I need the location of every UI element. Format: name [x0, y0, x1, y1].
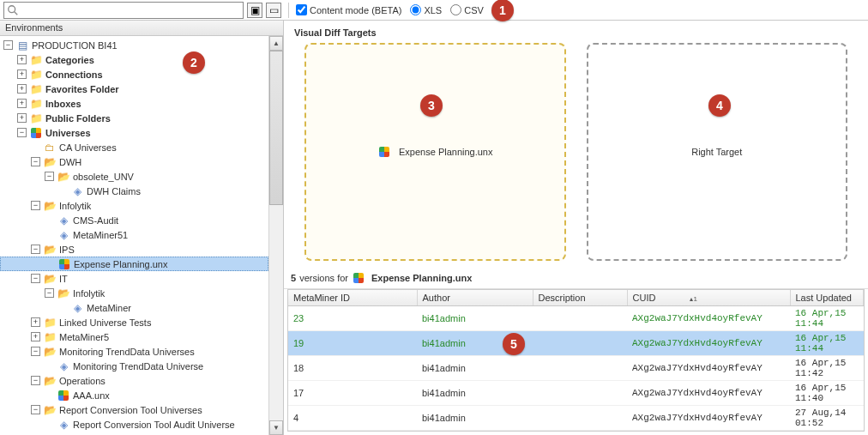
folder-open-icon: 📂 [57, 287, 70, 300]
folder-open-icon: 📂 [43, 243, 57, 257]
cell-cuid: AXg2waJ7YdxHvd4oyRfevAY [627, 356, 790, 381]
folder-open-icon: 📂 [43, 345, 57, 359]
cell-cuid: AXg2waJ7YdxHvd4oyRfevAY [627, 381, 790, 406]
folder-icon: 📁 [29, 82, 43, 96]
table-row[interactable]: 19bi41adminAXg2waJ7YdxHvd4oyRfevAY16 Apr… [288, 331, 864, 356]
expander-icon[interactable]: + [17, 113, 27, 123]
callout-4: 4 [708, 94, 731, 117]
scroll-down-button[interactable]: ▼ [269, 420, 283, 435]
tree-node-it[interactable]: − 📂 IT [0, 271, 268, 286]
collapse-all-button[interactable]: ▭ [266, 3, 281, 18]
col-id[interactable]: MetaMiner ID [288, 290, 417, 306]
versions-table: MetaMiner ID Author Description CUID▴1 L… [288, 290, 864, 431]
tree-node-infolytik[interactable]: − 📂 Infolytik [0, 198, 268, 213]
callout-1: 1 [491, 0, 514, 21]
tree-node-linked-univ[interactable]: + 📁 Linked Universe Tests [0, 315, 268, 329]
folder-icon: 🗀 [43, 141, 57, 154]
versions-table-wrap: MetaMiner ID Author Description CUID▴1 L… [287, 289, 865, 432]
format-xls-label: XLS [424, 5, 442, 15]
expander-icon[interactable]: − [31, 376, 40, 385]
universe-icon [57, 389, 70, 402]
tree-label: Monitoring TrendData Universe [73, 361, 203, 372]
expander-icon[interactable]: + [17, 99, 27, 108]
tree-node-aaa-unx[interactable]: AAA.unx [0, 388, 268, 402]
expander-icon[interactable]: − [3, 40, 13, 50]
svg-point-0 [9, 5, 15, 12]
tree-node-report-conv-audit[interactable]: ◈ Report Conversion Tool Audit Universe [0, 417, 268, 432]
tree-node-operations[interactable]: − 📂 Operations [0, 373, 268, 388]
tree-node-metaminer5[interactable]: + 📁 MetaMiner5 [0, 329, 268, 344]
expander-icon[interactable]: − [45, 288, 54, 298]
tree-label: AAA.unx [73, 390, 110, 401]
search-input[interactable] [3, 2, 244, 19]
universe-icon [377, 145, 391, 159]
expander-icon[interactable]: − [31, 274, 40, 283]
tree-node-ca-universes[interactable]: 🗀 CA Universes [0, 140, 268, 154]
search-icon [7, 4, 19, 16]
diff-right-label: Right Target [691, 147, 742, 157]
col-author[interactable]: Author [417, 290, 533, 306]
expander-icon[interactable]: + [17, 55, 27, 64]
expander-icon[interactable]: + [31, 332, 40, 341]
tree-node-universes[interactable]: − Universes [0, 125, 268, 140]
expander-icon[interactable]: + [17, 69, 27, 79]
universe-icon [29, 126, 43, 140]
tree-node-infolytik2[interactable]: − 📂 Infolytik [0, 286, 268, 300]
tree-label: IT [59, 274, 68, 284]
document-icon: ◈ [70, 301, 84, 315]
expander-icon[interactable]: − [31, 405, 40, 414]
tree-label: Expense Planning.unx [74, 259, 167, 269]
col-desc[interactable]: Description [533, 290, 627, 306]
tree-node-dwh-claims[interactable]: ◈ DWH Claims [0, 184, 268, 198]
diff-target-left[interactable]: Expense Planning.unx [304, 43, 566, 261]
content-mode-input[interactable] [296, 4, 307, 15]
col-cuid[interactable]: CUID▴1 [627, 290, 790, 306]
tree-node-monitoring-trend-univ[interactable]: ◈ Monitoring TrendData Universe [0, 359, 268, 373]
col-updated[interactable]: Last Updated [790, 290, 864, 306]
tree-node-obsolete-unv[interactable]: − 📂 obsolete_UNV [0, 169, 268, 184]
expander-icon[interactable]: − [31, 201, 40, 210]
tree-node-report-conv[interactable]: − 📂 Report Conversion Tool Universes [0, 402, 268, 417]
tree-node-metaminer[interactable]: ◈ MetaMiner [0, 300, 268, 315]
tree-node-categories[interactable]: + 📁 Categories [0, 52, 268, 67]
tree-node-ips[interactable]: − 📂 IPS [0, 242, 268, 257]
tree-node-expense-planning[interactable]: Expense Planning.unx [0, 257, 268, 271]
tree-node-inboxes[interactable]: + 📁 Inboxes [0, 96, 268, 111]
tree-node-metaminer51[interactable]: ◈ MetaMiner51 [0, 227, 268, 242]
tree-node-public-folders[interactable]: + 📁 Public Folders [0, 111, 268, 125]
tree-node-connections[interactable]: + 📁 Connections [0, 67, 268, 82]
sidebar-scrollbar[interactable]: ▲ ▼ [268, 36, 283, 435]
table-row[interactable]: 17bi41adminAXg2waJ7YdxHvd4oyRfevAY16 Apr… [288, 381, 864, 406]
environments-tree[interactable]: − ▤ PRODUCTION BI41 + 📁 Categories + 📁 C… [0, 36, 283, 435]
tree-node-cms-audit[interactable]: ◈ CMS-Audit [0, 213, 268, 227]
universe-icon [352, 271, 365, 285]
document-icon: ◈ [57, 214, 70, 227]
tree-node-dwh[interactable]: − 📂 DWH [0, 154, 268, 169]
expander-icon[interactable]: − [31, 347, 40, 356]
content-mode-checkbox[interactable]: Content mode (BETA) [296, 4, 401, 15]
cell-updated: 16 Apr,15 11:40 [790, 381, 864, 406]
expander-icon[interactable]: − [31, 245, 40, 254]
format-xls-radio[interactable]: XLS [410, 4, 442, 15]
tree-node-monitoring-trend[interactable]: − 📂 Monitoring TrendData Universes [0, 344, 268, 359]
expander-icon[interactable]: + [31, 317, 40, 327]
table-row[interactable]: 4bi41adminAXg2waJ7YdxHvd4oyRfevAY27 Aug,… [288, 406, 864, 431]
tree-node-favorites[interactable]: + 📁 Favorites Folder [0, 82, 268, 96]
format-csv-radio[interactable]: CSV [450, 4, 484, 15]
table-row[interactable]: 23bi41adminAXg2waJ7YdxHvd4oyRfevAY16 Apr… [288, 306, 864, 331]
format-csv-input[interactable] [450, 4, 461, 15]
expander-icon[interactable]: − [17, 128, 27, 137]
expander-icon[interactable]: − [45, 172, 54, 181]
tree-label: Infolytik [73, 288, 105, 299]
table-row[interactable]: 18bi41adminAXg2waJ7YdxHvd4oyRfevAY16 Apr… [288, 356, 864, 381]
tree-node-root[interactable]: − ▤ PRODUCTION BI41 [0, 38, 268, 52]
expand-all-button[interactable]: ▣ [247, 3, 262, 18]
diff-target-right[interactable]: Right Target [587, 43, 848, 261]
scroll-up-button[interactable]: ▲ [269, 36, 283, 51]
expander-icon[interactable]: + [17, 84, 27, 94]
cell-desc [533, 381, 627, 406]
scroll-thumb[interactable] [269, 51, 283, 205]
format-xls-input[interactable] [410, 4, 421, 15]
folder-open-icon: 📂 [43, 403, 57, 417]
expander-icon[interactable]: − [31, 157, 40, 166]
